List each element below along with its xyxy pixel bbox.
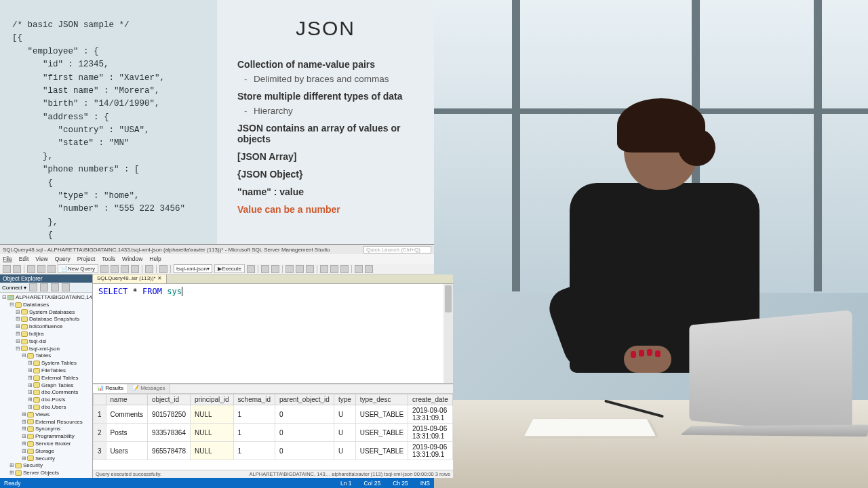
- toolbar-icon[interactable]: [37, 265, 45, 273]
- tree-node[interactable]: ⊞System Tables: [0, 360, 92, 367]
- toolbar-icon[interactable]: [13, 265, 21, 273]
- tree-node[interactable]: ⊞dbo.Posts: [0, 396, 92, 404]
- sql-editor[interactable]: SELECT * FROM sys: [93, 284, 453, 383]
- status-ins: INS: [420, 480, 430, 487]
- tab-messages[interactable]: 📝 Messages: [128, 384, 170, 393]
- toolbar-icon[interactable]: [27, 265, 35, 273]
- connect-bar[interactable]: Connect ▾: [0, 283, 92, 293]
- tree-node[interactable]: ⊞Views: [0, 411, 92, 419]
- execute-button[interactable]: ▶ Execute: [214, 264, 245, 273]
- tree-node[interactable]: ⊞Security: [0, 455, 92, 463]
- toolbar-icon[interactable]: [271, 265, 279, 273]
- menu-bar: File Edit View Query Project Tools Windo…: [0, 254, 434, 264]
- toolbar-icon[interactable]: [111, 265, 119, 273]
- tree-node[interactable]: ⊞bdiconfluence: [0, 323, 92, 331]
- toolbar-icon[interactable]: [159, 265, 167, 273]
- slide-line: "name" : value: [237, 186, 414, 197]
- tab-results[interactable]: 📊 Results: [93, 384, 128, 393]
- column-header[interactable]: schema_id: [233, 394, 275, 405]
- tree-node[interactable]: ⊞FileTables: [0, 367, 92, 375]
- slide-highlight: Value can be a number: [237, 204, 414, 215]
- table-row[interactable]: 3Users965578478NULL10UUSER_TABLE2019-09-…: [94, 442, 453, 460]
- column-header[interactable]: name: [106, 394, 147, 405]
- refresh-icon[interactable]: [62, 283, 70, 291]
- toolbar-icon[interactable]: [340, 265, 349, 273]
- toolbar-icon[interactable]: [306, 265, 314, 273]
- slide-panel: JSON Collection of name-value pairs Deli…: [217, 0, 434, 244]
- toolbar-icon[interactable]: [145, 265, 153, 273]
- table-row[interactable]: 2Posts933578364NULL10UUSER_TABLE2019-09-…: [94, 424, 453, 442]
- status-ready: Ready: [4, 480, 21, 487]
- tree-node[interactable]: ⊞Security: [0, 462, 92, 470]
- menu-window[interactable]: Window: [122, 256, 142, 262]
- column-header[interactable]: parent_object_id: [275, 394, 334, 405]
- toolbar-icon[interactable]: [355, 265, 363, 273]
- json-code-sample: /* basic JSON sample */ [{ "employee" : …: [0, 0, 217, 244]
- slide-line: {JSON Object}: [237, 169, 414, 180]
- tree-node[interactable]: ⊞Programmability: [0, 433, 92, 441]
- laptop-screen: [689, 310, 852, 435]
- database-dropdown[interactable]: tsql-xml-json ▾: [174, 264, 212, 273]
- results-grid[interactable]: nameobject_idprincipal_idschema_idparent…: [93, 394, 453, 470]
- toolbar-icon[interactable]: [285, 265, 294, 273]
- toolbar-icon[interactable]: [330, 265, 338, 273]
- tree-node[interactable]: ⊞tsql-dsl: [0, 338, 92, 346]
- column-header[interactable]: create_date: [408, 394, 453, 405]
- connect-icon[interactable]: [29, 283, 37, 291]
- toolbar-icon[interactable]: [3, 265, 11, 273]
- menu-tools[interactable]: Tools: [102, 256, 115, 262]
- toolbar-icon[interactable]: [121, 265, 129, 273]
- tree-node[interactable]: ⊞Graph Tables: [0, 382, 92, 390]
- column-header[interactable]: type_desc: [355, 394, 408, 405]
- column-header[interactable]: object_id: [147, 394, 190, 405]
- menu-file[interactable]: File: [3, 256, 12, 262]
- tree-node[interactable]: ⊟tsql-xml-json: [0, 346, 92, 353]
- new-query-button[interactable]: 📄New Query: [58, 264, 98, 273]
- menu-edit[interactable]: Edit: [19, 256, 29, 262]
- disconnect-icon[interactable]: [40, 283, 48, 291]
- menu-project[interactable]: Project: [77, 256, 95, 262]
- results-tabs: 📊 Results 📝 Messages: [93, 384, 453, 394]
- tree-node[interactable]: ⊞Storage: [0, 448, 92, 455]
- tree-node[interactable]: ⊟Tables: [0, 352, 92, 360]
- explorer-tree[interactable]: ⊟ALPHARETTA\BIGDATAINC,1433 (SQL Se⊟Data…: [0, 293, 92, 478]
- status-ch: Ch 25: [393, 480, 408, 487]
- tree-node[interactable]: ⊞dbo.Comments: [0, 389, 92, 396]
- tree-node[interactable]: ⊞External Resources: [0, 419, 92, 426]
- toolbar-icon[interactable]: [100, 265, 108, 273]
- tree-node[interactable]: ⊟Databases: [0, 302, 92, 309]
- toolbar-icon[interactable]: [47, 265, 56, 273]
- toolbar-icon[interactable]: [320, 265, 328, 273]
- toolbar-icon[interactable]: [296, 265, 304, 273]
- table-row[interactable]: 1Comments901578250NULL10UUSER_TABLE2019-…: [94, 405, 453, 424]
- tree-node[interactable]: ⊞Database Snapshots: [0, 316, 92, 323]
- window-title: SQLQuery48.sql - ALPHARETTA\BIGDATAINC,1…: [3, 247, 363, 253]
- column-header[interactable]: type: [334, 394, 355, 405]
- tree-node[interactable]: ⊞External Tables: [0, 375, 92, 382]
- toolbar-icon[interactable]: [247, 265, 255, 273]
- tree-node[interactable]: ⊞bdijira: [0, 331, 92, 338]
- tree-node[interactable]: ⊞dbo.Users: [0, 404, 92, 411]
- window-titlebar[interactable]: SQLQuery48.sql - ALPHARETTA\BIGDATAINC,1…: [0, 245, 434, 254]
- stop-icon[interactable]: [51, 283, 59, 291]
- toolbar-icon[interactable]: [131, 265, 139, 273]
- menu-help[interactable]: Help: [149, 256, 161, 262]
- toolbar: 📄New Query tsql-xml-json ▾ ▶ Execute: [0, 264, 434, 274]
- toolbar-icon[interactable]: [365, 265, 373, 273]
- menu-query[interactable]: Query: [55, 256, 71, 262]
- menu-view[interactable]: View: [35, 256, 47, 262]
- slide-line: JSON contains an array of values or obje…: [237, 123, 414, 144]
- tree-node[interactable]: ⊞Synonyms: [0, 426, 92, 433]
- quick-launch-input[interactable]: Quick Launch (Ctrl+Q): [363, 246, 431, 253]
- slide-subpoint: Delimited by braces and commas: [254, 74, 414, 84]
- tree-server[interactable]: ⊟ALPHARETTA\BIGDATAINC,1433 (SQL Se: [0, 294, 92, 302]
- tree-node[interactable]: ⊞Service Broker: [0, 441, 92, 448]
- tree-node[interactable]: ⊞Server Objects: [0, 470, 92, 477]
- toolbar-icon[interactable]: [261, 265, 269, 273]
- column-header[interactable]: principal_id: [190, 394, 233, 405]
- tree-node[interactable]: ⊞Replication: [0, 477, 92, 478]
- tree-node[interactable]: ⊞System Databases: [0, 309, 92, 317]
- scrollbar-vertical[interactable]: [443, 284, 453, 383]
- laptop-base: [680, 424, 868, 436]
- editor-tab[interactable]: SQLQuery48..ier (113))* ✕: [93, 274, 167, 283]
